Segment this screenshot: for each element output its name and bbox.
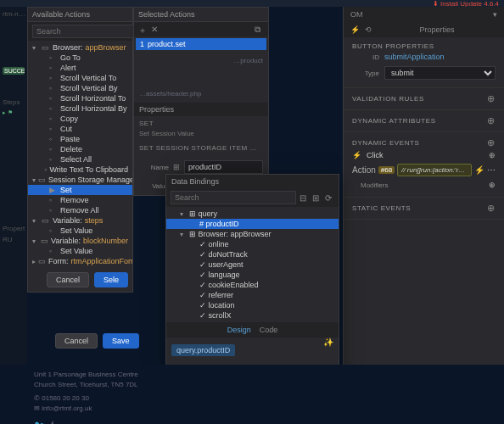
design-mode[interactable]: Design bbox=[227, 326, 251, 334]
footer-address-2: Church Street, Ticehurst, TN5 7DL bbox=[34, 380, 470, 390]
path-hint: …product bbox=[139, 57, 263, 64]
storage-title: SET SESSION STORAGE ITEM … bbox=[139, 144, 263, 152]
action-more-icon[interactable]: ⋯ bbox=[487, 165, 496, 175]
action-item[interactable]: ◦Set Value bbox=[28, 226, 132, 236]
action-item[interactable]: ◦Write Text To Clipboard bbox=[28, 165, 132, 175]
remove-action-icon[interactable]: ✕ bbox=[151, 25, 160, 34]
action-item[interactable]: ◦Scroll Vertical By bbox=[28, 83, 132, 93]
available-actions-search[interactable] bbox=[32, 25, 136, 38]
action-item[interactable]: ◦Alert bbox=[28, 63, 132, 73]
selected-actions-title: Selected Actions bbox=[134, 8, 268, 22]
action-item[interactable]: ◦Delete bbox=[28, 144, 132, 154]
bolt-icon: ⚡ bbox=[352, 151, 361, 159]
global-save-button[interactable]: Save bbox=[103, 333, 139, 349]
available-select-button[interactable]: Sele bbox=[94, 272, 128, 287]
properties-tab[interactable]: Properties bbox=[377, 25, 497, 34]
ru-label: RU bbox=[3, 236, 25, 243]
action-label: Action bbox=[352, 165, 376, 175]
binding-item[interactable]: ✓ online bbox=[166, 239, 339, 249]
action-name: product.set bbox=[148, 40, 186, 48]
action-item[interactable]: ◦Copy bbox=[28, 114, 132, 124]
type-label: Type bbox=[352, 70, 379, 77]
action-item[interactable]: ◦Scroll Horizontal By bbox=[28, 103, 132, 114]
action-item[interactable]: ◦Go To bbox=[28, 53, 132, 63]
binding-item[interactable]: ✓ location bbox=[166, 300, 339, 310]
binding-item[interactable]: ✓ cookieEnabled bbox=[166, 280, 339, 290]
dom-tab[interactable]: OM bbox=[350, 10, 363, 19]
selected-actions-panel: Selected Actions ＋ ✕ ⧉ 1 product.set …pr… bbox=[133, 7, 269, 196]
action-item[interactable]: ◦Remove bbox=[28, 195, 132, 205]
selected-action-pill[interactable]: 1 product.set bbox=[136, 38, 266, 50]
binding-item[interactable]: ✓ scrollX bbox=[166, 310, 339, 321]
action-expression[interactable]: // run[]run:{action:'r… bbox=[397, 164, 472, 176]
available-actions-panel: Available Actions ⊟ ⊞ ⟳ ▾▭Browser: appBr… bbox=[27, 7, 133, 293]
add-validation-icon[interactable]: ⊕ bbox=[487, 93, 496, 104]
click-event[interactable]: Click bbox=[367, 151, 484, 159]
twitter-icon[interactable]: 🐦 bbox=[34, 421, 44, 424]
binding-item[interactable]: ✓ language bbox=[166, 270, 339, 280]
binding-item[interactable]: ✓ userAgent bbox=[166, 259, 339, 270]
action-group[interactable]: ▾▭Browser: appBrowser bbox=[28, 42, 132, 53]
available-actions-title: Available Actions bbox=[28, 8, 132, 22]
dropdown-icon[interactable]: ▾ bbox=[493, 10, 497, 19]
action-item[interactable]: ◦Scroll Vertical To bbox=[28, 73, 132, 83]
binding-group[interactable]: ▾⊞ query bbox=[166, 209, 339, 219]
add-modifier-icon[interactable]: ⊕ bbox=[489, 181, 496, 189]
link-icon[interactable]: ⟲ bbox=[365, 25, 372, 34]
copy-action-icon[interactable]: ⧉ bbox=[255, 25, 264, 34]
steps-label: Steps bbox=[3, 98, 25, 106]
binding-chip[interactable]: query.productID bbox=[171, 344, 235, 356]
id-label: ID bbox=[352, 53, 379, 61]
magic-wand-icon[interactable]: ✨ bbox=[323, 338, 333, 347]
action-group[interactable]: ▾▭Variable: blockNumber bbox=[28, 236, 132, 246]
action-index: 1 bbox=[140, 40, 144, 48]
add-dyn-attr-icon[interactable]: ⊕ bbox=[487, 115, 496, 126]
code-mode[interactable]: Code bbox=[260, 326, 278, 334]
properties-subheader: Properties bbox=[134, 103, 268, 116]
footer-phone: 01580 20 20 30 bbox=[42, 394, 89, 402]
footer-address-1: Unit 1 Parsonage Business Centre bbox=[34, 370, 470, 380]
available-cancel-button[interactable]: Cancel bbox=[47, 272, 89, 287]
binding-item[interactable]: # productID bbox=[166, 219, 339, 229]
add-click-icon[interactable]: ⊕ bbox=[489, 151, 496, 159]
binding-item[interactable]: ✓ doNotTrack bbox=[166, 249, 339, 259]
action-bolt-icon[interactable]: ⚡ bbox=[474, 165, 484, 175]
bindings-title: Data Bindings bbox=[171, 177, 219, 186]
action-item[interactable]: ◦Select All bbox=[28, 154, 132, 165]
binding-group[interactable]: ▾⊞ Browser: appBrowser bbox=[166, 229, 339, 239]
facebook-icon[interactable]: f bbox=[51, 421, 53, 424]
action-group[interactable]: ▾▭Session Storage Manager: product bbox=[28, 175, 132, 185]
value-label: Value bbox=[139, 182, 169, 190]
global-cancel-button[interactable]: Cancel bbox=[55, 333, 98, 349]
action-item[interactable]: ◦Cut bbox=[28, 124, 132, 134]
id-value[interactable]: submitApplication bbox=[384, 53, 496, 61]
action-item[interactable]: ◦Remove All bbox=[28, 205, 132, 215]
set-desc: Set Session Value bbox=[139, 130, 263, 137]
success-badge: SUCCE bbox=[3, 67, 25, 75]
button-properties-title: BUTTON PROPERTIES bbox=[352, 42, 496, 50]
file-tab[interactable]: rtm-n… bbox=[3, 10, 25, 18]
add-dyn-evt-icon[interactable]: ⊕ bbox=[487, 137, 496, 148]
header-path: …assets/header.php bbox=[139, 90, 263, 98]
bindings-refresh-icon[interactable]: ⟳ bbox=[325, 193, 334, 203]
add-action-icon[interactable]: ＋ bbox=[138, 25, 148, 34]
bindings-search[interactable] bbox=[171, 191, 296, 204]
action-item[interactable]: ◦Scroll Horizontal To bbox=[28, 93, 132, 103]
bolt-icon[interactable]: ⚡ bbox=[350, 25, 360, 34]
add-static-evt-icon[interactable]: ⊕ bbox=[487, 203, 496, 214]
bindings-collapse-icon[interactable]: ⊟ bbox=[300, 193, 309, 203]
action-group[interactable]: ▾▭Variable: steps bbox=[28, 215, 132, 226]
type-select[interactable]: submit bbox=[384, 66, 496, 80]
footer-email: info@rtmf.org.uk bbox=[42, 404, 92, 412]
properties-label: Propert bbox=[3, 225, 25, 232]
binding-item[interactable]: ✓ referrer bbox=[166, 290, 339, 300]
action-item[interactable]: ▶Set bbox=[28, 185, 132, 195]
name-value[interactable]: productID bbox=[184, 160, 263, 174]
action-group[interactable]: ▸▭Form: rtmApplicationForm bbox=[28, 256, 132, 266]
editor-left-rail: rtm-n… SUCCE Steps ▸ ⚑ Propert RU bbox=[0, 7, 27, 424]
action-item[interactable]: ◦Set Value bbox=[28, 246, 132, 256]
action-item[interactable]: ◦Paste bbox=[28, 134, 132, 144]
modifiers-label: Modifiers bbox=[352, 181, 388, 189]
bindings-expand-icon[interactable]: ⊞ bbox=[312, 193, 322, 203]
validation-title: VALIDATION RULES bbox=[352, 95, 424, 103]
